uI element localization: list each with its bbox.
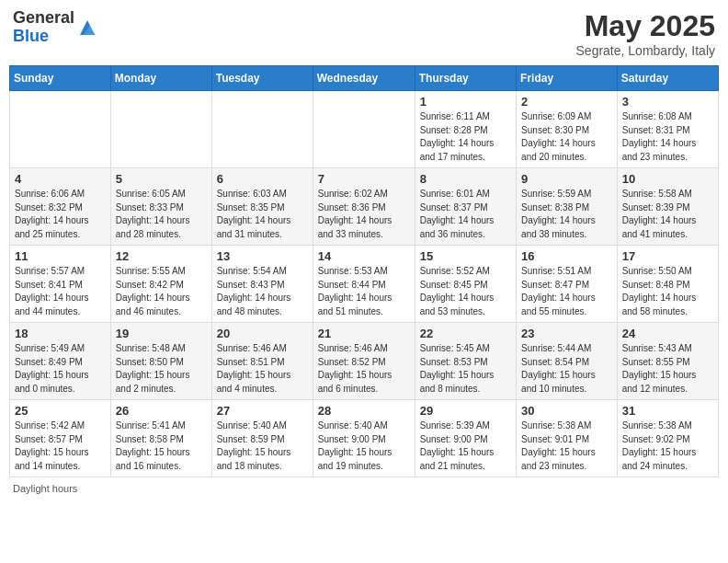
day-number: 26 <box>116 404 207 418</box>
calendar-week-3: 11Sunrise: 5:57 AM Sunset: 8:41 PM Dayli… <box>10 246 719 323</box>
day-info: Sunrise: 6:02 AM Sunset: 8:36 PM Dayligh… <box>318 188 410 241</box>
calendar-footer: Daylight hours <box>9 483 719 494</box>
calendar-cell <box>313 91 415 168</box>
calendar-cell: 11Sunrise: 5:57 AM Sunset: 8:41 PM Dayli… <box>10 246 111 323</box>
day-number: 5 <box>116 172 207 186</box>
calendar-table: SundayMondayTuesdayWednesdayThursdayFrid… <box>9 65 719 477</box>
day-number: 1 <box>420 95 511 109</box>
calendar-cell: 13Sunrise: 5:54 AM Sunset: 8:43 PM Dayli… <box>211 246 313 323</box>
day-info: Sunrise: 5:50 AM Sunset: 8:48 PM Dayligh… <box>622 265 713 318</box>
day-info: Sunrise: 5:38 AM Sunset: 9:02 PM Dayligh… <box>622 419 713 473</box>
calendar-week-1: 1Sunrise: 6:11 AM Sunset: 8:28 PM Daylig… <box>10 91 719 168</box>
day-number: 10 <box>622 172 713 186</box>
calendar-cell: 15Sunrise: 5:52 AM Sunset: 8:45 PM Dayli… <box>415 246 516 323</box>
day-info: Sunrise: 6:01 AM Sunset: 8:37 PM Dayligh… <box>420 188 511 241</box>
footer-text: Daylight hours <box>13 483 77 494</box>
calendar-week-5: 25Sunrise: 5:42 AM Sunset: 8:57 PM Dayli… <box>10 400 719 477</box>
day-info: Sunrise: 6:03 AM Sunset: 8:35 PM Dayligh… <box>217 188 308 241</box>
calendar-cell: 5Sunrise: 6:05 AM Sunset: 8:33 PM Daylig… <box>110 168 211 246</box>
day-number: 27 <box>217 404 308 418</box>
day-info: Sunrise: 6:08 AM Sunset: 8:31 PM Dayligh… <box>622 110 713 164</box>
day-number: 21 <box>318 327 410 340</box>
day-number: 14 <box>318 249 410 263</box>
day-number: 19 <box>116 327 207 340</box>
day-info: Sunrise: 5:46 AM Sunset: 8:52 PM Dayligh… <box>318 342 410 396</box>
day-info: Sunrise: 5:48 AM Sunset: 8:50 PM Dayligh… <box>116 342 207 396</box>
day-info: Sunrise: 5:39 AM Sunset: 9:00 PM Dayligh… <box>420 419 511 473</box>
day-info: Sunrise: 6:05 AM Sunset: 8:33 PM Dayligh… <box>116 188 207 241</box>
calendar-cell: 30Sunrise: 5:38 AM Sunset: 9:01 PM Dayli… <box>517 400 618 477</box>
calendar-cell: 26Sunrise: 5:41 AM Sunset: 8:58 PM Dayli… <box>110 400 211 477</box>
calendar-cell: 14Sunrise: 5:53 AM Sunset: 8:44 PM Dayli… <box>313 246 415 323</box>
calendar-cell: 7Sunrise: 6:02 AM Sunset: 8:36 PM Daylig… <box>313 168 415 246</box>
calendar-cell: 2Sunrise: 6:09 AM Sunset: 8:30 PM Daylig… <box>517 91 618 168</box>
calendar-cell: 23Sunrise: 5:44 AM Sunset: 8:54 PM Dayli… <box>517 323 618 400</box>
calendar-cell <box>110 91 211 168</box>
title-block: May 2025 Segrate, Lombardy, Italy <box>576 9 715 58</box>
day-number: 7 <box>318 172 410 186</box>
day-info: Sunrise: 6:11 AM Sunset: 8:28 PM Dayligh… <box>420 110 511 164</box>
day-info: Sunrise: 5:40 AM Sunset: 8:59 PM Dayligh… <box>217 419 308 473</box>
calendar-cell: 20Sunrise: 5:46 AM Sunset: 8:51 PM Dayli… <box>211 323 313 400</box>
day-number: 17 <box>622 249 713 263</box>
day-info: Sunrise: 5:59 AM Sunset: 8:38 PM Dayligh… <box>521 188 612 241</box>
calendar-col-thursday: Thursday <box>415 66 516 91</box>
calendar-cell: 12Sunrise: 5:55 AM Sunset: 8:42 PM Dayli… <box>110 246 211 323</box>
calendar-cell: 29Sunrise: 5:39 AM Sunset: 9:00 PM Dayli… <box>415 400 516 477</box>
calendar-cell <box>211 91 313 168</box>
day-info: Sunrise: 5:46 AM Sunset: 8:51 PM Dayligh… <box>217 342 308 396</box>
day-number: 28 <box>318 404 410 418</box>
day-number: 12 <box>116 249 207 263</box>
calendar-col-tuesday: Tuesday <box>211 66 313 91</box>
calendar-cell: 8Sunrise: 6:01 AM Sunset: 8:37 PM Daylig… <box>415 168 516 246</box>
day-number: 25 <box>15 404 106 418</box>
day-info: Sunrise: 5:58 AM Sunset: 8:39 PM Dayligh… <box>622 188 713 241</box>
day-info: Sunrise: 6:09 AM Sunset: 8:30 PM Dayligh… <box>521 110 612 164</box>
day-info: Sunrise: 5:49 AM Sunset: 8:49 PM Dayligh… <box>15 342 106 396</box>
day-number: 15 <box>420 249 511 263</box>
calendar-cell: 25Sunrise: 5:42 AM Sunset: 8:57 PM Dayli… <box>10 400 111 477</box>
logo-general: General <box>13 8 74 27</box>
day-info: Sunrise: 5:54 AM Sunset: 8:43 PM Dayligh… <box>217 265 308 318</box>
calendar-col-saturday: Saturday <box>617 66 718 91</box>
location: Segrate, Lombardy, Italy <box>576 43 715 58</box>
day-number: 6 <box>217 172 308 186</box>
month-title: May 2025 <box>576 9 715 43</box>
calendar-cell: 16Sunrise: 5:51 AM Sunset: 8:47 PM Dayli… <box>517 246 618 323</box>
day-number: 2 <box>521 95 612 109</box>
calendar-col-friday: Friday <box>517 66 618 91</box>
day-info: Sunrise: 5:45 AM Sunset: 8:53 PM Dayligh… <box>420 342 511 396</box>
calendar-cell: 18Sunrise: 5:49 AM Sunset: 8:49 PM Dayli… <box>10 323 111 400</box>
day-number: 13 <box>217 249 308 263</box>
calendar-cell: 10Sunrise: 5:58 AM Sunset: 8:39 PM Dayli… <box>617 168 718 246</box>
calendar-cell: 21Sunrise: 5:46 AM Sunset: 8:52 PM Dayli… <box>313 323 415 400</box>
calendar-week-4: 18Sunrise: 5:49 AM Sunset: 8:49 PM Dayli… <box>10 323 719 400</box>
calendar-col-sunday: Sunday <box>10 66 111 91</box>
calendar-cell: 9Sunrise: 5:59 AM Sunset: 8:38 PM Daylig… <box>517 168 618 246</box>
logo-icon <box>76 17 98 39</box>
logo-blue: Blue <box>13 27 49 45</box>
day-number: 16 <box>521 249 612 263</box>
day-number: 11 <box>15 249 106 263</box>
day-number: 9 <box>521 172 612 186</box>
day-info: Sunrise: 5:53 AM Sunset: 8:44 PM Dayligh… <box>318 265 410 318</box>
page-header: General Blue May 2025 Segrate, Lombardy,… <box>9 9 719 58</box>
calendar-cell: 19Sunrise: 5:48 AM Sunset: 8:50 PM Dayli… <box>110 323 211 400</box>
calendar-col-wednesday: Wednesday <box>313 66 415 91</box>
day-number: 31 <box>622 404 713 418</box>
day-number: 24 <box>622 327 713 340</box>
day-info: Sunrise: 5:55 AM Sunset: 8:42 PM Dayligh… <box>116 265 207 318</box>
day-info: Sunrise: 5:52 AM Sunset: 8:45 PM Dayligh… <box>420 265 511 318</box>
calendar-cell: 22Sunrise: 5:45 AM Sunset: 8:53 PM Dayli… <box>415 323 516 400</box>
calendar-cell: 17Sunrise: 5:50 AM Sunset: 8:48 PM Dayli… <box>617 246 718 323</box>
calendar-cell: 28Sunrise: 5:40 AM Sunset: 9:00 PM Dayli… <box>313 400 415 477</box>
day-number: 3 <box>622 95 713 109</box>
day-number: 30 <box>521 404 612 418</box>
day-info: Sunrise: 5:57 AM Sunset: 8:41 PM Dayligh… <box>15 265 106 318</box>
calendar-col-monday: Monday <box>110 66 211 91</box>
calendar-cell: 3Sunrise: 6:08 AM Sunset: 8:31 PM Daylig… <box>617 91 718 168</box>
calendar-cell: 31Sunrise: 5:38 AM Sunset: 9:02 PM Dayli… <box>617 400 718 477</box>
calendar-cell: 24Sunrise: 5:43 AM Sunset: 8:55 PM Dayli… <box>617 323 718 400</box>
calendar-cell: 27Sunrise: 5:40 AM Sunset: 8:59 PM Dayli… <box>211 400 313 477</box>
day-number: 20 <box>217 327 308 340</box>
